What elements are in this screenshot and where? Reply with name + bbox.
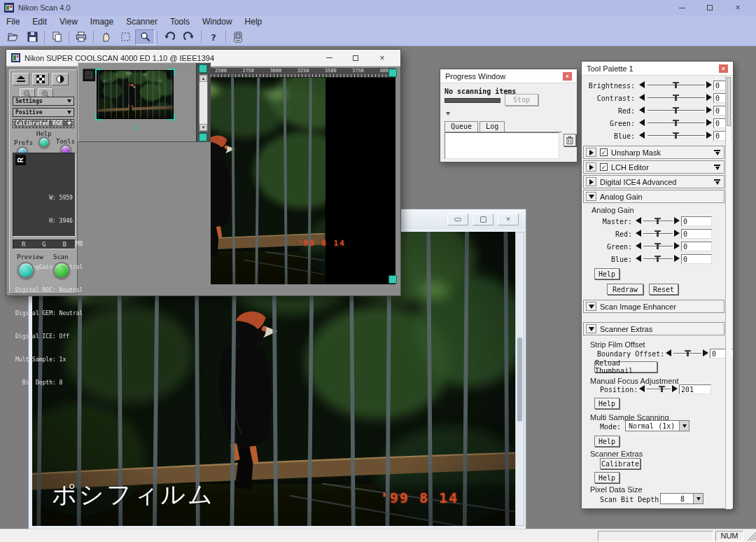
natural-view-button[interactable] — [32, 73, 49, 85]
image-vertical-scrollbar[interactable] — [515, 232, 524, 526]
processed-view-button[interactable] — [52, 73, 69, 85]
green-gain-value[interactable]: 0 — [681, 242, 712, 251]
brightness-inc-arrow[interactable] — [706, 81, 712, 88]
collapse-caret-icon[interactable] — [446, 112, 450, 116]
green-dec-arrow[interactable] — [639, 119, 645, 126]
contrast-dec-arrow[interactable] — [639, 94, 645, 101]
blue-inc-arrow[interactable] — [706, 132, 712, 139]
rotate-left-button[interactable] — [160, 29, 179, 45]
thumbnail-frame[interactable] — [97, 70, 174, 119]
queue-list[interactable] — [444, 132, 559, 159]
brightness-slider[interactable] — [648, 81, 705, 89]
red-inc-arrow[interactable] — [706, 106, 712, 113]
film-type-dropdown[interactable]: Positive — [13, 108, 74, 117]
green-slider[interactable] — [648, 119, 705, 127]
app-close-button[interactable]: × — [724, 0, 752, 15]
redraw-button[interactable]: Redraw — [607, 284, 643, 295]
collapse-enhancer-button[interactable] — [586, 302, 596, 311]
app-maximize-button[interactable] — [696, 0, 724, 15]
preview-button[interactable] — [18, 262, 34, 279]
palette-close-button[interactable]: x — [719, 64, 728, 73]
scanner-maximize-button[interactable] — [342, 50, 369, 67]
frame-select-button[interactable] — [83, 69, 95, 81]
settings-dropdown[interactable]: Settings — [13, 97, 74, 106]
red-dec-arrow[interactable] — [639, 106, 645, 113]
preview-drawer-tab-top[interactable] — [388, 69, 397, 77]
reload-thumbnail-button[interactable]: Reload Thumbnail — [594, 361, 657, 373]
lch-checkbox[interactable]: ✓ — [600, 163, 608, 171]
preview-drawer-tab-bottom[interactable] — [388, 275, 397, 284]
master-dec-arrow[interactable] — [636, 217, 641, 224]
scanner-close-button[interactable]: × — [369, 50, 396, 67]
mode-dropdown[interactable]: Normal (1x) — [625, 420, 690, 431]
help-button[interactable]: ? — [204, 29, 223, 45]
green-gain-dec-arrow[interactable] — [636, 242, 641, 249]
blue-gain-value[interactable]: 0 — [681, 254, 712, 264]
contrast-inc-arrow[interactable] — [706, 94, 712, 101]
tab-log[interactable]: Log — [479, 121, 505, 132]
marquee-select-button[interactable] — [115, 29, 135, 45]
progress-close-button[interactable]: x — [563, 72, 572, 81]
green-inc-arrow[interactable] — [706, 119, 712, 126]
master-gain-value[interactable]: 0 — [681, 216, 712, 226]
drawer-handle-top[interactable] — [199, 64, 207, 73]
menu-view[interactable]: View — [53, 16, 84, 27]
red-gain-inc-arrow[interactable] — [674, 230, 680, 237]
tab-queue[interactable]: Queue — [444, 121, 478, 132]
blue-slider[interactable] — [648, 132, 705, 139]
focus-position-value[interactable]: 201 — [679, 384, 711, 394]
master-inc-arrow[interactable] — [674, 217, 680, 224]
rotate-right-button[interactable] — [179, 29, 199, 45]
expand-ice4-button[interactable] — [586, 177, 596, 186]
print-button[interactable] — [71, 29, 91, 45]
menu-scanner[interactable]: Scanner — [120, 16, 164, 27]
focus-inc-arrow[interactable] — [672, 385, 678, 392]
collapse-analog-gain-button[interactable] — [586, 192, 596, 201]
collapse-extras-button[interactable] — [586, 324, 596, 333]
focus-help-button[interactable]: Help — [594, 398, 620, 409]
focus-dec-arrow[interactable] — [639, 385, 645, 392]
menu-window[interactable]: Window — [196, 16, 239, 27]
boundary-inc-arrow[interactable] — [703, 349, 708, 356]
scanner-window-button[interactable] — [228, 29, 248, 45]
delete-queue-button[interactable] — [564, 134, 576, 146]
red-gain-dec-arrow[interactable] — [636, 230, 641, 237]
orientation-badge[interactable]: R — [15, 155, 26, 165]
menu-image[interactable]: Image — [84, 16, 120, 27]
boundary-offset-slider[interactable] — [673, 349, 701, 357]
calibrate-button[interactable]: Calibrate — [600, 458, 640, 469]
image-window-close-button[interactable]: ✕ — [498, 214, 519, 225]
green-gain-slider[interactable] — [643, 242, 673, 250]
app-minimize-button[interactable] — [668, 0, 696, 15]
calibrate-help-button[interactable]: Help — [594, 472, 620, 483]
bit-depth-dropdown[interactable]: 8 — [660, 493, 704, 504]
blue-dec-arrow[interactable] — [639, 132, 645, 139]
palette-scrollbar[interactable] — [725, 76, 732, 509]
image-window-minimize-button[interactable] — [447, 214, 468, 225]
eject-button[interactable] — [13, 73, 29, 85]
boundary-dec-arrow[interactable] — [666, 349, 671, 356]
open-button[interactable] — [3, 29, 22, 45]
hand-tool-button[interactable] — [96, 29, 115, 45]
drawer-handle-bottom[interactable] — [199, 133, 207, 141]
red-gain-slider[interactable] — [643, 230, 673, 237]
blue-gain-inc-arrow[interactable] — [674, 255, 680, 262]
brightness-dec-arrow[interactable] — [639, 81, 645, 88]
expand-lch-button[interactable] — [586, 162, 596, 172]
menu-edit[interactable]: Edit — [26, 16, 53, 27]
focus-position-slider[interactable] — [647, 385, 671, 393]
red-gain-value[interactable]: 0 — [681, 229, 712, 239]
menu-help[interactable]: Help — [239, 16, 269, 27]
red-slider[interactable] — [648, 106, 705, 114]
color-model-dropdown[interactable]: Calibrated RGB — [13, 119, 74, 128]
expand-unsharp-button[interactable] — [586, 148, 596, 157]
master-gain-slider[interactable] — [643, 217, 673, 225]
reset-button[interactable]: Reset — [649, 284, 678, 295]
copy-button[interactable] — [47, 29, 66, 45]
ice4-menu-icon[interactable] — [714, 179, 720, 185]
menu-tools[interactable]: Tools — [164, 16, 196, 27]
scan-button[interactable] — [53, 262, 70, 279]
blue-gain-slider[interactable] — [643, 255, 673, 263]
resize-grip[interactable] — [747, 531, 756, 541]
unsharp-checkbox[interactable]: ✓ — [600, 148, 608, 156]
